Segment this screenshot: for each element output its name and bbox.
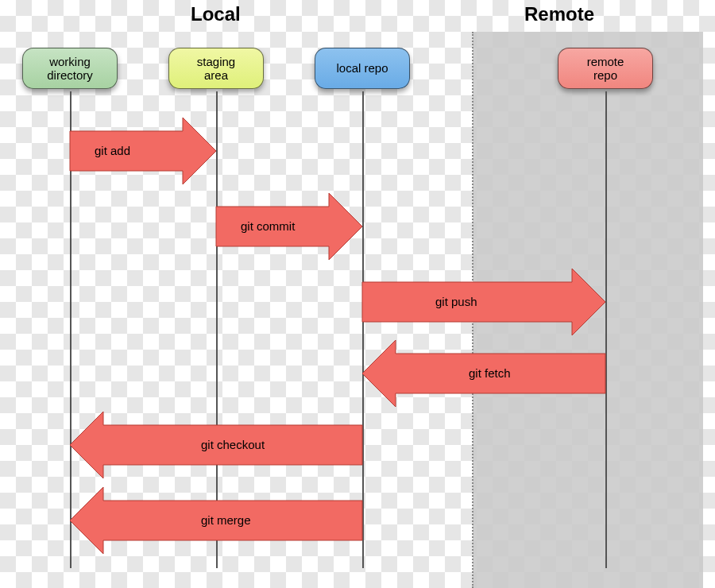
node-local-repo: local repo — [315, 48, 410, 89]
arrow-git-add — [70, 118, 216, 184]
arrow-label-git-add: git add — [95, 144, 130, 157]
node-working-directory: workingdirectory — [22, 48, 118, 89]
arrow-label-git-checkout: git checkout — [201, 438, 265, 451]
lifeline-local-repo — [362, 91, 364, 568]
node-remote-repo: remoterepo — [558, 48, 653, 89]
remote-panel — [473, 32, 703, 588]
lifeline-working-directory — [70, 91, 72, 568]
arrow-git-commit — [216, 193, 362, 260]
lifeline-staging-area — [216, 91, 218, 568]
node-staging-area: stagingarea — [168, 48, 264, 89]
local-remote-divider — [472, 32, 473, 588]
arrow-label-git-push: git push — [435, 295, 477, 308]
lifeline-remote-repo — [605, 91, 607, 568]
arrow-label-git-merge: git merge — [201, 513, 251, 527]
diagram-stage: Local Remote workingdirectory stagingare… — [0, 0, 715, 588]
arrow-label-git-commit: git commit — [241, 219, 295, 233]
section-title-local: Local — [191, 3, 241, 25]
section-title-remote: Remote — [524, 3, 594, 25]
